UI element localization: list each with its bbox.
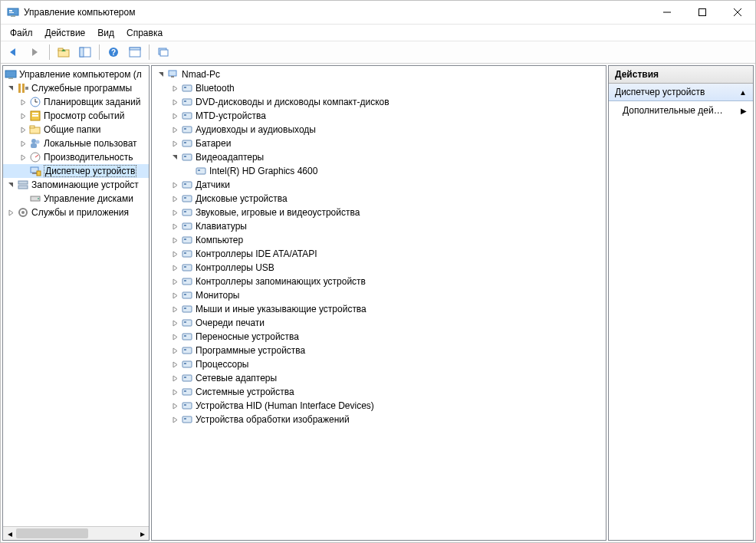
device-category[interactable]: Очереди печати: [152, 316, 606, 330]
chevron-right-icon[interactable]: [170, 180, 179, 189]
tree-device-manager[interactable]: Диспетчер устройств: [3, 164, 149, 178]
chevron-right-icon[interactable]: [18, 139, 28, 148]
chevron-right-icon[interactable]: [170, 318, 179, 327]
chevron-right-icon[interactable]: [170, 235, 179, 245]
back-button[interactable]: [4, 43, 24, 61]
chevron-right-icon[interactable]: [170, 208, 179, 217]
chevron-right-icon[interactable]: [170, 139, 179, 148]
refresh-button[interactable]: [153, 43, 173, 61]
actions-more[interactable]: Дополнительные дей… ▶: [609, 101, 753, 120]
device-tree[interactable]: Nmad-PcBluetoothDVD-дисководы и дисковод…: [152, 66, 606, 428]
chevron-right-icon[interactable]: [170, 263, 179, 272]
device-category[interactable]: Устройства обработки изображений: [152, 413, 606, 426]
console-tree[interactable]: Управление компьютером (л Служебные прог…: [3, 66, 149, 526]
device-category-label: Программные устройства: [196, 345, 305, 356]
tree-storage[interactable]: Запоминающие устройст: [3, 178, 149, 192]
chevron-right-icon[interactable]: [170, 374, 179, 383]
tree-performance[interactable]: Производительность: [3, 150, 149, 164]
chevron-right-icon[interactable]: [170, 97, 179, 107]
device-category[interactable]: Дисковые устройства: [152, 192, 606, 206]
device-category[interactable]: Контроллеры запоминающих устройств: [152, 275, 606, 288]
chevron-right-icon[interactable]: [170, 304, 179, 314]
scroll-thumb[interactable]: [16, 528, 88, 538]
menu-action[interactable]: Действие: [39, 26, 92, 40]
chevron-right-icon[interactable]: [18, 125, 28, 134]
help-button[interactable]: ?: [104, 43, 123, 61]
up-level-button[interactable]: [54, 43, 74, 61]
tree-root-computer-management[interactable]: Управление компьютером (л: [3, 67, 149, 81]
chevron-right-icon[interactable]: [18, 111, 28, 120]
chevron-right-icon[interactable]: [18, 153, 28, 162]
device-category[interactable]: Клавиатуры: [152, 219, 606, 233]
forward-button[interactable]: [25, 43, 45, 61]
chevron-right-icon[interactable]: [170, 249, 179, 258]
chevron-right-icon[interactable]: [170, 84, 179, 93]
show-hide-tree-button[interactable]: [75, 43, 95, 61]
device-category[interactable]: Системные устройства: [152, 385, 606, 399]
chevron-right-icon[interactable]: [6, 208, 15, 217]
chevron-right-icon[interactable]: [170, 277, 179, 286]
tree-task-scheduler[interactable]: Планировщик заданий: [3, 95, 149, 109]
device-category[interactable]: Батареи: [152, 137, 606, 150]
chevron-right-icon[interactable]: [170, 360, 179, 369]
tree-shared-folders[interactable]: Общие папки: [3, 123, 149, 137]
left-horizontal-scrollbar[interactable]: ◂ ▸: [3, 526, 149, 540]
device-category[interactable]: MTD-устройства: [152, 109, 606, 123]
chevron-right-icon[interactable]: [170, 346, 179, 355]
chevron-right-icon[interactable]: [170, 194, 179, 203]
device-category[interactable]: Мыши и иные указывающие устройства: [152, 302, 606, 316]
tree-local-users[interactable]: Локальные пользоват: [3, 137, 149, 150]
chevron-down-icon[interactable]: [6, 84, 15, 93]
chevron-right-icon[interactable]: [18, 97, 28, 107]
minimize-button[interactable]: [649, 1, 685, 24]
device-category[interactable]: Звуковые, игровые и видеоустройства: [152, 206, 606, 219]
device-item[interactable]: Intel(R) HD Graphics 4600: [152, 164, 606, 178]
close-button[interactable]: [720, 1, 755, 24]
device-category[interactable]: Сетевые адаптеры: [152, 371, 606, 385]
chevron-right-icon[interactable]: [170, 415, 179, 424]
menu-file[interactable]: Файл: [4, 26, 39, 40]
tree-event-viewer[interactable]: Просмотр событий: [3, 109, 149, 123]
device-category-label: Аудиовходы и аудиовыходы: [196, 124, 316, 135]
chevron-right-icon[interactable]: [170, 401, 179, 410]
chevron-down-icon[interactable]: [156, 70, 166, 79]
device-category-icon: [181, 275, 193, 288]
device-category[interactable]: DVD-дисководы и дисководы компакт-дисков: [152, 95, 606, 109]
device-category[interactable]: Компьютер: [152, 233, 606, 247]
menu-view[interactable]: Вид: [91, 26, 120, 40]
chevron-right-icon[interactable]: [170, 125, 179, 134]
chevron-right-icon[interactable]: [170, 222, 179, 231]
chevron-right-icon[interactable]: [170, 332, 179, 341]
device-root[interactable]: Nmad-Pc: [152, 67, 606, 81]
device-category[interactable]: Bluetooth: [152, 81, 606, 95]
chevron-down-icon[interactable]: [170, 153, 179, 162]
chevron-right-icon[interactable]: [170, 291, 179, 300]
device-category[interactable]: Датчики: [152, 178, 606, 192]
chevron-down-icon[interactable]: [6, 180, 15, 189]
svg-line-44: [35, 155, 38, 157]
device-category[interactable]: Контроллеры USB: [152, 261, 606, 275]
device-category[interactable]: Переносные устройства: [152, 330, 606, 344]
tree-system-tools[interactable]: Служебные программы: [3, 81, 149, 95]
scroll-right-button[interactable]: ▸: [136, 527, 149, 540]
device-category[interactable]: Программные устройства: [152, 344, 606, 357]
device-category[interactable]: Видеоадаптеры: [152, 150, 606, 164]
device-category[interactable]: Контроллеры IDE ATA/ATAPI: [152, 247, 606, 261]
actions-group-device-manager[interactable]: Диспетчер устройств ▲: [609, 84, 753, 101]
scroll-left-button[interactable]: ◂: [3, 527, 16, 540]
tree-label: Диспетчер устройств: [44, 165, 136, 177]
svg-marker-115: [173, 348, 177, 354]
device-category[interactable]: Мониторы: [152, 288, 606, 302]
device-category[interactable]: Процессоры: [152, 357, 606, 371]
maximize-button[interactable]: [685, 1, 720, 24]
tree-services-apps[interactable]: Службы и приложения: [3, 206, 149, 219]
scroll-track[interactable]: [16, 527, 136, 540]
collapse-caret-icon[interactable]: ▲: [739, 88, 747, 97]
device-category[interactable]: Устройства HID (Human Interface Devices): [152, 399, 606, 413]
tree-disk-management[interactable]: Управление дисками: [3, 192, 149, 206]
device-category[interactable]: Аудиовходы и аудиовыходы: [152, 123, 606, 137]
menu-help[interactable]: Справка: [120, 26, 169, 40]
chevron-right-icon[interactable]: [170, 387, 179, 397]
properties-button[interactable]: [125, 43, 145, 61]
chevron-right-icon[interactable]: [170, 111, 179, 120]
